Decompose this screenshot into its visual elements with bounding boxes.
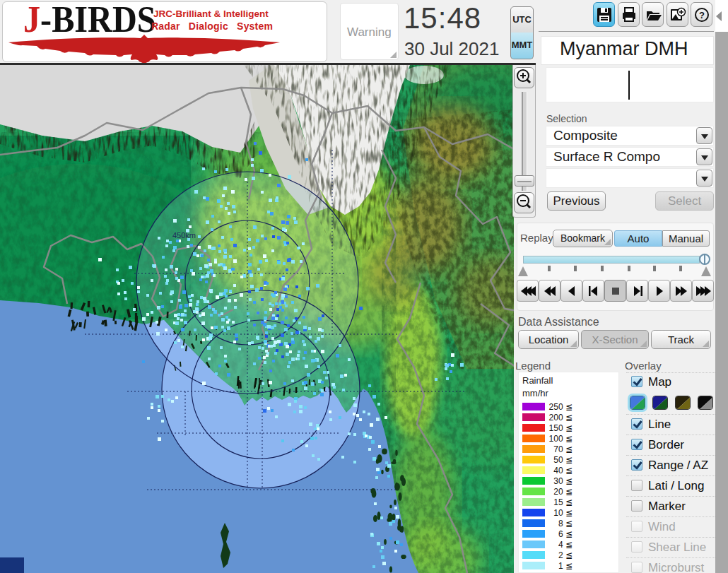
svg-text:450km: 450km	[172, 231, 196, 240]
svg-text:?: ?	[699, 10, 705, 20]
